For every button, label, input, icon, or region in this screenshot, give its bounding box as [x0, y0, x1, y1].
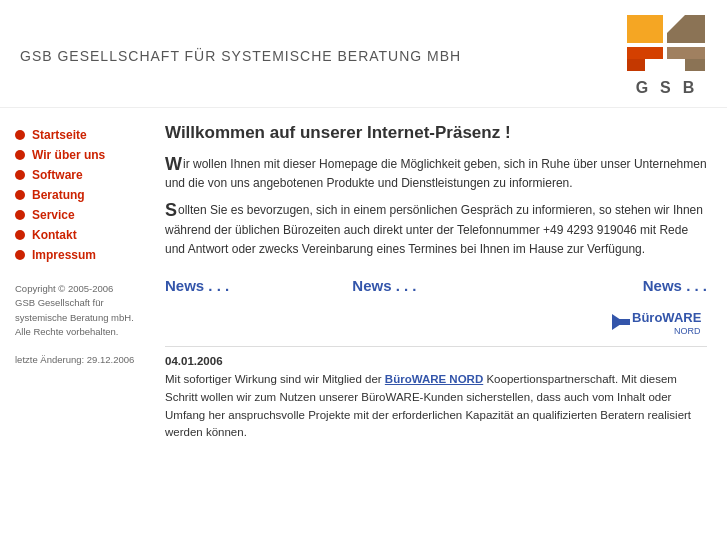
- nav-bullet: [15, 170, 25, 180]
- intro-paragraph-1: Wir wollen Ihnen mit dieser Homepage die…: [165, 155, 707, 193]
- rights: Alle Rechte vorbehalten.: [15, 325, 140, 339]
- news-date: 04.01.2006: [165, 355, 707, 367]
- content-area: Willkommen auf unserer Internet-Präsenz …: [155, 118, 727, 452]
- svg-rect-1: [627, 47, 663, 59]
- nav-item-service[interactable]: Service: [15, 208, 140, 222]
- nav-item-beratung[interactable]: Beratung: [15, 188, 140, 202]
- nav-bullet: [15, 190, 25, 200]
- nav-list: Startseite Wir über uns Software Beratun…: [15, 128, 140, 262]
- svg-rect-2: [627, 59, 645, 71]
- news-heading-3: News . . .: [643, 277, 707, 294]
- sidebar-footer: Copyright © 2005-2006 GSB Gesellschaft f…: [15, 282, 140, 368]
- nav-link-startseite[interactable]: Startseite: [32, 128, 87, 142]
- gsb-logo: [627, 15, 707, 75]
- page-heading: Willkommen auf unserer Internet-Präsenz …: [165, 123, 707, 143]
- svg-rect-5: [685, 59, 705, 71]
- nav-item-kontakt[interactable]: Kontakt: [15, 228, 140, 242]
- sidebar: Startseite Wir über uns Software Beratun…: [0, 118, 155, 452]
- buroware-link[interactable]: BüroWARE NORD: [385, 373, 483, 385]
- nav-link-wir-ueber-uns[interactable]: Wir über uns: [32, 148, 105, 162]
- nav-item-wir-ueber-uns[interactable]: Wir über uns: [15, 148, 140, 162]
- news-heading-2: News . . .: [352, 277, 416, 294]
- news-col-2: News . . .: [352, 277, 519, 294]
- dropcap-1: W: [165, 155, 182, 173]
- logo-area: G S B: [627, 15, 707, 97]
- divider: [165, 346, 707, 347]
- nav-bullet: [15, 230, 25, 240]
- svg-text:NORD: NORD: [674, 326, 701, 336]
- company-name: GSB Gesellschaft für systemische Beratun…: [15, 296, 140, 325]
- nav-link-software[interactable]: Software: [32, 168, 83, 182]
- svg-rect-4: [667, 47, 705, 59]
- logo-letters: G S B: [636, 79, 699, 97]
- header: GSB GESELLSCHAFT FÜR SYSTEMISCHE BERATUN…: [0, 0, 727, 108]
- buroware-logo-svg: BüroWARE NORD: [612, 306, 707, 338]
- news-heading-1: News . . .: [165, 277, 229, 294]
- nav-item-startseite[interactable]: Startseite: [15, 128, 140, 142]
- nav-bullet: [15, 250, 25, 260]
- svg-text:BüroWARE: BüroWARE: [632, 310, 702, 325]
- buroware-logo-area: BüroWARE NORD: [165, 306, 707, 338]
- news-col-3: News . . .: [540, 277, 707, 294]
- dropcap-2: S: [165, 201, 177, 219]
- news-col-1: News . . .: [165, 277, 332, 294]
- nav-item-impressum[interactable]: Impressum: [15, 248, 140, 262]
- nav-link-beratung[interactable]: Beratung: [32, 188, 85, 202]
- nav-link-kontakt[interactable]: Kontakt: [32, 228, 77, 242]
- intro-paragraph-2: Sollten Sie es bevorzugen, sich in einem…: [165, 201, 707, 259]
- company-title: GSB GESELLSCHAFT FÜR SYSTEMISCHE BERATUN…: [20, 48, 461, 64]
- news-row: News . . . News . . . News . . .: [165, 277, 707, 294]
- last-changed: letzte Änderung: 29.12.2006: [15, 353, 140, 367]
- nav-bullet: [15, 130, 25, 140]
- news-body: Mit sofortiger Wirkung sind wir Mitglied…: [165, 371, 707, 442]
- nav-bullet: [15, 150, 25, 160]
- news-body-before: Mit sofortiger Wirkung sind wir Mitglied…: [165, 373, 385, 385]
- news-section: 04.01.2006 Mit sofortiger Wirkung sind w…: [165, 355, 707, 442]
- nav-bullet: [15, 210, 25, 220]
- nav-item-software[interactable]: Software: [15, 168, 140, 182]
- svg-rect-0: [627, 15, 663, 43]
- copyright: Copyright © 2005-2006: [15, 282, 140, 296]
- main-layout: Startseite Wir über uns Software Beratun…: [0, 108, 727, 462]
- svg-marker-6: [645, 59, 663, 71]
- paragraph1-text: ir wollen Ihnen mit dieser Homepage die …: [165, 157, 707, 190]
- nav-link-service[interactable]: Service: [32, 208, 75, 222]
- nav-link-impressum[interactable]: Impressum: [32, 248, 96, 262]
- svg-rect-9: [616, 319, 630, 325]
- paragraph2-text: ollten Sie es bevorzugen, sich in einem …: [165, 203, 703, 255]
